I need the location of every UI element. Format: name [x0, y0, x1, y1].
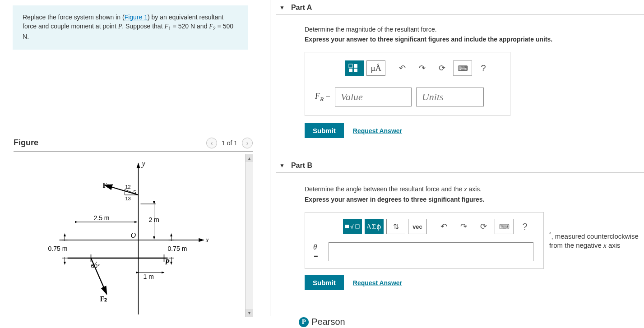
figure-next-button[interactable]: ›: [242, 138, 253, 148]
svg-rect-23: [349, 69, 352, 72]
units-input[interactable]: [416, 88, 484, 106]
templates-button[interactable]: [345, 60, 364, 76]
slope-13: 13: [125, 196, 131, 201]
part-a-instruction-bold: Express your answer to three significant…: [305, 36, 644, 43]
figure-pager: ‹ 1 of 1 ›: [206, 138, 253, 148]
dim-1m: 1 m: [144, 273, 154, 280]
svg-rect-27: [356, 225, 359, 228]
part-a-toolbar: µÅ ↶ ↷ ⟳ ⌨ ?: [345, 60, 492, 76]
dim-075m-left: 0.75 m: [48, 245, 68, 252]
angle-60: 60°: [91, 263, 100, 269]
collapse-icon: ▼: [279, 5, 285, 11]
var-F1-value: = 520 N: [171, 23, 195, 30]
help-button[interactable]: ?: [475, 63, 492, 74]
subscript-button[interactable]: ⇅: [386, 219, 405, 234]
answer-label-FR: FR =: [315, 92, 330, 103]
scroll-up-button[interactable]: ▴: [246, 154, 253, 162]
point-P: P: [165, 258, 170, 266]
undo-button[interactable]: ↶: [394, 63, 411, 73]
request-answer-link[interactable]: Request Answer: [353, 279, 402, 286]
redo-button[interactable]: ↷: [413, 63, 431, 73]
reset-button[interactable]: ⟳: [475, 222, 492, 231]
request-answer-link[interactable]: Request Answer: [353, 127, 402, 134]
part-a-title: Part A: [291, 4, 312, 12]
part-b-instruction: Determine the angle between the resultan…: [305, 185, 644, 193]
help-button[interactable]: ?: [516, 222, 533, 232]
part-a-answer-widget: µÅ ↶ ↷ ⟳ ⌨ ? FR =: [305, 52, 510, 116]
part-b-answer-widget: √ ΑΣϕ ⇅ vec ↶ ↷ ⟳ ⌨ ? θ =: [305, 212, 544, 269]
pearson-icon: P: [299, 317, 309, 327]
figure-diagram: y x O 12 5 13 F₁ P 2 m: [14, 154, 245, 317]
figure-scrollbar[interactable]: ▴ ▾: [245, 154, 253, 317]
units-button[interactable]: µÅ: [366, 60, 385, 76]
undo-button[interactable]: ↶: [435, 222, 452, 231]
figure-prev-button[interactable]: ‹: [206, 138, 217, 148]
svg-text:√: √: [350, 223, 354, 230]
redo-button[interactable]: ↷: [455, 222, 472, 231]
keyboard-button[interactable]: ⌨: [495, 219, 514, 234]
templates-button[interactable]: √: [343, 219, 362, 234]
keyboard-button[interactable]: ⌨: [453, 60, 472, 76]
problem-text: and: [195, 23, 209, 30]
problem-text: .: [27, 33, 29, 40]
var-P: P: [118, 23, 122, 30]
part-a-header[interactable]: ▼ Part A: [276, 2, 644, 15]
answer-label-theta: θ =: [313, 243, 324, 261]
origin-label: O: [131, 231, 136, 239]
vector-button[interactable]: vec: [408, 219, 427, 234]
submit-button[interactable]: Submit: [305, 275, 344, 290]
pearson-text: Pearson: [311, 317, 345, 327]
svg-rect-25: [345, 225, 349, 228]
figure-link[interactable]: Figure 1: [125, 14, 148, 21]
F2-label: F₂: [100, 295, 107, 303]
part-b-instruction-bold: Express your answer in degrees to three …: [305, 196, 644, 203]
problem-text: Replace the force system shown in (: [23, 14, 125, 21]
part-b-title: Part B: [291, 162, 312, 170]
F1-label: F₁: [103, 181, 110, 189]
var-F1-sym: F: [164, 23, 168, 30]
problem-statement: Replace the force system shown in (Figur…: [13, 5, 248, 50]
part-b-toolbar: √ ΑΣϕ ⇅ vec ↶ ↷ ⟳ ⌨ ?: [343, 219, 533, 234]
figure-pager-text: 1 of 1: [222, 139, 237, 147]
figure-area: ▴ ▾ y x O: [14, 154, 253, 317]
scroll-down-button[interactable]: ▾: [246, 309, 253, 317]
collapse-icon: ▼: [279, 162, 285, 169]
part-b-unit-suffix: °, measured counterclockwise from the ne…: [549, 231, 644, 250]
svg-rect-21: [349, 64, 352, 68]
theta-input[interactable]: [329, 242, 533, 261]
part-a-instruction: Determine the magnitude of the resultant…: [305, 26, 644, 33]
submit-button[interactable]: Submit: [305, 123, 344, 138]
dim-2_5m: 2.5 m: [94, 214, 110, 222]
slope-5: 5: [134, 189, 136, 195]
greek-button[interactable]: ΑΣϕ: [365, 219, 384, 234]
figure-header: Figure ‹ 1 of 1 ›: [14, 138, 253, 152]
dim-075m-right: 0.75 m: [168, 245, 187, 252]
svg-rect-22: [354, 64, 357, 68]
axis-y-label: y: [141, 160, 146, 168]
value-input[interactable]: [335, 88, 412, 106]
var-F2-sym: F: [209, 23, 213, 30]
footer-brand: P Pearson: [0, 317, 644, 327]
problem-text: . Suppose that: [122, 23, 164, 30]
slope-12: 12: [125, 184, 131, 189]
svg-rect-24: [354, 69, 357, 72]
dim-2m: 2 m: [149, 216, 159, 223]
part-b-header[interactable]: ▼ Part B: [276, 160, 644, 173]
figure-title: Figure: [14, 138, 38, 148]
reset-button[interactable]: ⟳: [433, 63, 450, 73]
axis-x-label: x: [205, 236, 209, 244]
